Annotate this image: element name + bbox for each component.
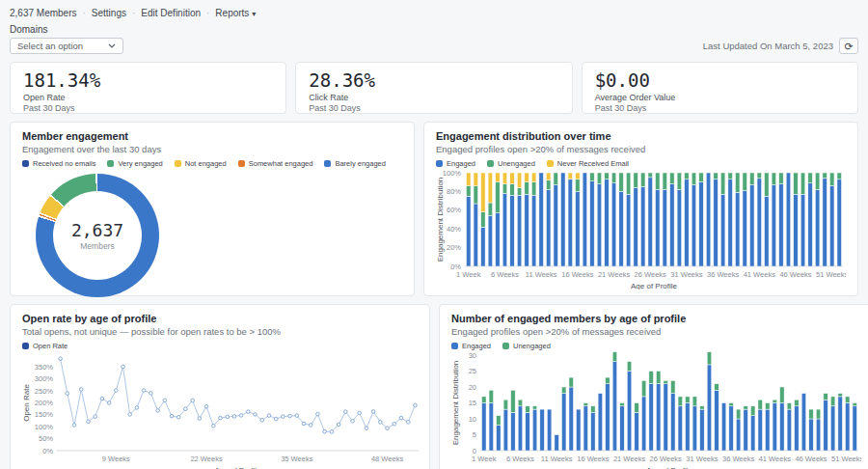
svg-text:5: 5 — [473, 430, 476, 439]
svg-text:11 Weeks: 11 Weeks — [541, 455, 573, 463]
member-engagement-legend: Received no emailsVery engagedNot engage… — [22, 159, 402, 168]
open-rate-label: Open Rate — [23, 93, 273, 102]
legend-swatch-icon — [487, 160, 494, 167]
legend-swatch-icon — [22, 160, 29, 167]
aov-period: Past 30 Days — [595, 103, 845, 113]
breadcrumb: 2,637 Members · Settings · Edit Definiti… — [10, 6, 858, 24]
svg-text:1 Week: 1 Week — [456, 270, 481, 279]
legend-swatch-icon — [107, 160, 114, 167]
svg-text:26 Weeks: 26 Weeks — [650, 455, 682, 463]
kpi-card-average-order-value: $0.00 Average Order Value Past 30 Days — [582, 62, 858, 114]
svg-text:46 Weeks: 46 Weeks — [795, 455, 827, 463]
svg-text:51 Weeks: 51 Weeks — [831, 455, 861, 463]
svg-text:100%: 100% — [443, 169, 462, 178]
svg-text:350%: 350% — [35, 363, 54, 372]
nav-members-count[interactable]: 2,637 Members — [10, 8, 76, 18]
card-title: Member engagement — [22, 130, 402, 142]
svg-text:6 Weeks: 6 Weeks — [491, 270, 519, 279]
legend-item[interactable]: Barely engaged — [324, 159, 386, 168]
last-updated-text: Last Updated On March 5, 2023 — [703, 41, 833, 51]
legend-item[interactable]: Engaged — [451, 342, 491, 350]
svg-text:15: 15 — [469, 399, 476, 407]
chevron-down-icon: ▾ — [252, 10, 256, 18]
legend-item[interactable]: Never Received Email — [547, 159, 629, 168]
nav-reports-dropdown[interactable]: Reports ▾ — [215, 8, 256, 18]
svg-text:36 Weeks: 36 Weeks — [707, 270, 739, 279]
svg-text:300%: 300% — [35, 374, 54, 383]
svg-text:25: 25 — [469, 367, 476, 375]
legend-item[interactable]: Unengaged — [502, 342, 551, 350]
members-total-label: Members — [80, 241, 114, 251]
open-rate-period: Past 30 Days — [23, 103, 273, 113]
svg-text:60%: 60% — [447, 206, 461, 214]
svg-text:150%: 150% — [35, 410, 54, 419]
charts-row-1: Member engagement Engagement over the la… — [10, 122, 858, 296]
open-rate-chart[interactable]: 0%50%100%150%200%250%300%350%9 Weeks22 W… — [22, 350, 421, 469]
svg-text:46 Weeks: 46 Weeks — [779, 270, 811, 279]
click-rate-value: 28.36% — [309, 69, 558, 91]
domains-label: Domains — [10, 24, 123, 35]
svg-text:200%: 200% — [35, 399, 54, 407]
domains-select-placeholder: Select an option — [17, 41, 83, 51]
legend-item[interactable]: Somewhat engaged — [238, 159, 313, 168]
click-rate-period: Past 30 Days — [309, 103, 558, 113]
engaged-members-legend: EngagedUnengaged — [451, 342, 861, 350]
open-rate-value: 181.34% — [23, 69, 273, 91]
card-title: Number of engaged members by age of prof… — [451, 313, 861, 324]
card-subtitle: Engaged profiles open >20% of messages r… — [436, 144, 846, 154]
engaged-members-chart[interactable]: 0510152025301 Week6 Weeks11 Weeks16 Week… — [451, 350, 861, 469]
chevron-down-icon — [108, 43, 116, 48]
legend-swatch-icon — [22, 343, 29, 349]
svg-text:1 Week: 1 Week — [472, 455, 497, 463]
legend-item[interactable]: Not engaged — [175, 159, 227, 168]
legend-swatch-icon — [451, 343, 458, 349]
svg-text:9 Weeks: 9 Weeks — [102, 455, 130, 463]
nav-edit-definition[interactable]: Edit Definition — [141, 8, 201, 18]
svg-text:10: 10 — [469, 415, 476, 424]
domains-select[interactable]: Select an option — [10, 38, 123, 54]
svg-text:31 Weeks: 31 Weeks — [670, 270, 702, 279]
svg-text:26 Weeks: 26 Weeks — [635, 270, 666, 279]
legend-swatch-icon — [238, 160, 245, 167]
engagement-distribution-chart[interactable]: 0%20%40%60%80%100%1 Week6 Weeks11 Weeks1… — [436, 168, 846, 290]
kpi-card-click-rate: 28.36% Click Rate Past 30 Days — [295, 62, 572, 114]
svg-text:11 Weeks: 11 Weeks — [526, 270, 557, 279]
card-subtitle: Engaged profiles open >20% of messages r… — [451, 326, 861, 337]
svg-text:35 Weeks: 35 Weeks — [281, 455, 312, 463]
refresh-button[interactable]: ⟳ — [839, 38, 858, 54]
svg-text:Age of Profile: Age of Profile — [631, 282, 678, 290]
charts-row-2: Open rate by age of profile Total opens,… — [10, 304, 858, 469]
svg-text:20%: 20% — [447, 243, 461, 252]
legend-item[interactable]: Unengaged — [487, 159, 535, 168]
nav-settings[interactable]: Settings — [92, 8, 126, 18]
dashboard-page: 2,637 Members · Settings · Edit Definiti… — [0, 0, 868, 469]
kpi-row: 181.34% Open Rate Past 30 Days 28.36% Cl… — [10, 62, 858, 114]
svg-text:100%: 100% — [35, 423, 54, 431]
member-engagement-donut[interactable]: 2,637 Members — [36, 174, 159, 297]
svg-text:80%: 80% — [447, 187, 461, 196]
nav-separator: · — [132, 8, 135, 18]
svg-text:20: 20 — [469, 383, 476, 392]
svg-text:31 Weeks: 31 Weeks — [686, 455, 718, 463]
legend-swatch-icon — [175, 160, 181, 167]
card-subtitle: Total opens, not unique — possible for o… — [22, 326, 418, 337]
svg-text:16 Weeks: 16 Weeks — [577, 455, 609, 463]
svg-text:Engagement Distribution: Engagement Distribution — [451, 361, 460, 446]
legend-item[interactable]: Engaged — [436, 159, 475, 168]
svg-text:6 Weeks: 6 Weeks — [506, 455, 534, 463]
legend-item[interactable]: Very engaged — [107, 159, 162, 168]
legend-item[interactable]: Open Rate — [22, 342, 68, 350]
filter-row: Domains Select an option Last Updated On… — [10, 24, 858, 54]
engagement-distribution-legend: EngagedUnengagedNever Received Email — [436, 159, 846, 168]
legend-swatch-icon — [502, 343, 509, 349]
legend-swatch-icon — [324, 160, 331, 167]
kpi-card-open-rate: 181.34% Open Rate Past 30 Days — [10, 62, 286, 114]
legend-item[interactable]: Received no emails — [22, 159, 95, 168]
aov-label: Average Order Value — [595, 93, 845, 102]
svg-text:51 Weeks: 51 Weeks — [816, 270, 846, 279]
nav-separator: · — [82, 8, 85, 18]
aov-value: $0.00 — [595, 69, 845, 91]
click-rate-label: Click Rate — [309, 93, 558, 102]
member-engagement-card: Member engagement Engagement over the la… — [10, 122, 415, 296]
svg-text:21 Weeks: 21 Weeks — [598, 270, 630, 279]
